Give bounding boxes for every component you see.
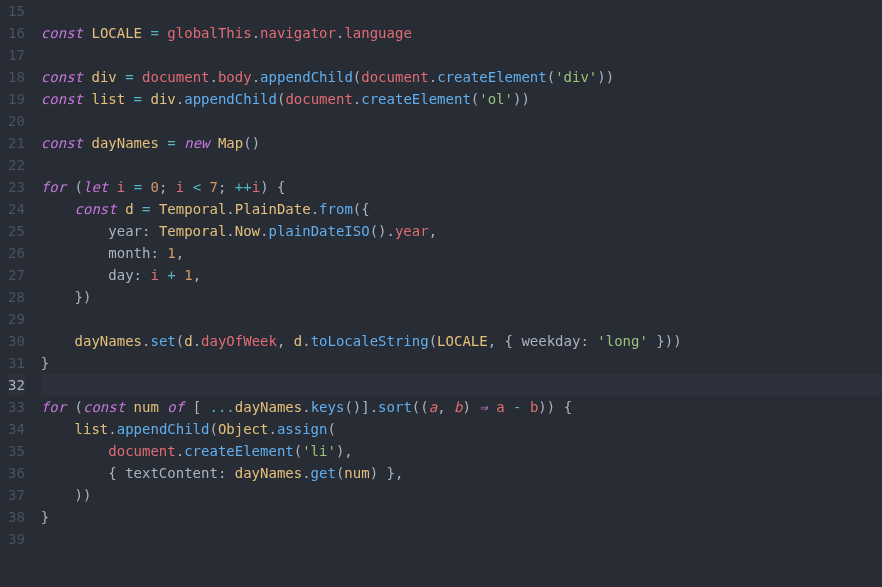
code-line[interactable]: for (const num of [ ...dayNames.keys()].… xyxy=(41,396,882,418)
code-line[interactable]: month: 1, xyxy=(41,242,882,264)
line-number: 25 xyxy=(8,220,25,242)
code-line[interactable]: document.createElement('li'), xyxy=(41,440,882,462)
code-line[interactable]: )) xyxy=(41,484,882,506)
line-number: 28 xyxy=(8,286,25,308)
line-number: 15 xyxy=(8,0,25,22)
code-line[interactable]: const list = div.appendChild(document.cr… xyxy=(41,88,882,110)
line-number: 30 xyxy=(8,330,25,352)
line-number: 17 xyxy=(8,44,25,66)
line-number: 26 xyxy=(8,242,25,264)
code-editor[interactable]: 1516171819202122232425262728293031323334… xyxy=(0,0,882,587)
line-number: 39 xyxy=(8,528,25,550)
line-number: 34 xyxy=(8,418,25,440)
line-number: 33 xyxy=(8,396,25,418)
code-line[interactable]: const dayNames = new Map() xyxy=(41,132,882,154)
line-number: 29 xyxy=(8,308,25,330)
code-area[interactable]: const LOCALE = globalThis.navigator.lang… xyxy=(37,0,882,587)
code-line[interactable] xyxy=(41,308,882,330)
code-line[interactable]: }) xyxy=(41,286,882,308)
line-number: 19 xyxy=(8,88,25,110)
code-line[interactable]: const LOCALE = globalThis.navigator.lang… xyxy=(41,22,882,44)
code-line[interactable]: for (let i = 0; i < 7; ++i) { xyxy=(41,176,882,198)
line-number: 35 xyxy=(8,440,25,462)
line-number: 24 xyxy=(8,198,25,220)
code-line[interactable]: } xyxy=(41,352,882,374)
code-line[interactable]: const div = document.body.appendChild(do… xyxy=(41,66,882,88)
line-number: 22 xyxy=(8,154,25,176)
code-line[interactable]: year: Temporal.Now.plainDateISO().year, xyxy=(41,220,882,242)
code-line[interactable] xyxy=(41,154,882,176)
line-number: 20 xyxy=(8,110,25,132)
code-line[interactable] xyxy=(41,528,882,550)
line-number: 18 xyxy=(8,66,25,88)
code-line[interactable]: const d = Temporal.PlainDate.from({ xyxy=(41,198,882,220)
line-number: 21 xyxy=(8,132,25,154)
code-line[interactable] xyxy=(41,374,882,396)
code-line[interactable]: } xyxy=(41,506,882,528)
code-line[interactable]: day: i + 1, xyxy=(41,264,882,286)
code-line[interactable]: list.appendChild(Object.assign( xyxy=(41,418,882,440)
line-number: 27 xyxy=(8,264,25,286)
code-line[interactable]: dayNames.set(d.dayOfWeek, d.toLocaleStri… xyxy=(41,330,882,352)
line-number: 38 xyxy=(8,506,25,528)
code-line[interactable] xyxy=(41,44,882,66)
code-line[interactable] xyxy=(41,0,882,22)
line-number: 23 xyxy=(8,176,25,198)
line-number: 36 xyxy=(8,462,25,484)
code-line[interactable] xyxy=(41,110,882,132)
line-number: 32 xyxy=(8,374,25,396)
code-line[interactable]: { textContent: dayNames.get(num) }, xyxy=(41,462,882,484)
line-number-gutter: 1516171819202122232425262728293031323334… xyxy=(0,0,37,587)
line-number: 16 xyxy=(8,22,25,44)
line-number: 37 xyxy=(8,484,25,506)
line-number: 31 xyxy=(8,352,25,374)
